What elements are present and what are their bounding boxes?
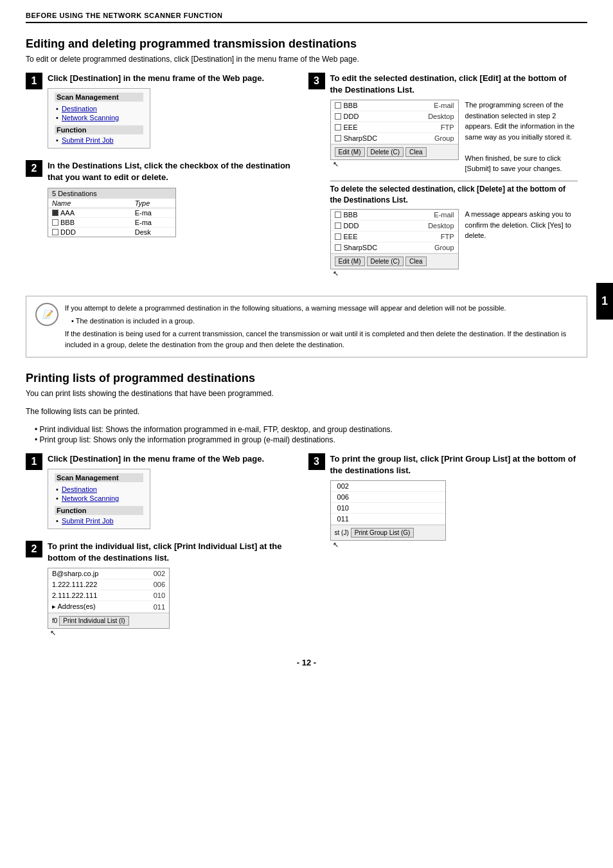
list-item: B@sharp.co.jp 002 [48, 568, 169, 579]
scan-management-panel2: Scan Management • Destination • Network … [48, 469, 150, 529]
note-icon: 📝 [35, 303, 58, 326]
submit-bullet2: • [56, 517, 58, 525]
list-item: 002 [331, 481, 445, 492]
list-item: EEE FTP [331, 231, 458, 242]
section2-step3: 3 To print the group list, click [Print … [308, 453, 578, 549]
submit-bullet: • [56, 136, 58, 144]
table-row: AAA E-ma [48, 208, 175, 217]
delete-destinations-list: BBB E-mail DDD Desktop [330, 209, 459, 269]
submit-print-link[interactable]: Submit Print Job [62, 136, 114, 144]
cursor-indicator: ↖ [333, 160, 459, 168]
s2-step1-title: Click [Destination] in the menu frame of… [48, 453, 296, 465]
list-item: ▸ Address(es) 011 [48, 601, 169, 613]
checkbox[interactable] [52, 229, 58, 235]
section1-step1: 1 Click [Destination] in the menu frame … [26, 73, 296, 152]
net-bullet2: • [56, 494, 58, 502]
section2-intro2: The following lists can be printed. [26, 407, 587, 416]
checkbox[interactable] [52, 219, 58, 226]
step3-description: The programming screen of the destinatio… [465, 100, 578, 174]
function-label: Function [55, 125, 143, 134]
page-header: BEFORE USING THE NETWORK SCANNER FUNCTIO… [26, 12, 587, 23]
destination-link2[interactable]: Destination [62, 485, 97, 493]
clear-button2[interactable]: Clea [405, 257, 427, 266]
edit-button[interactable]: Edit (M) [335, 147, 365, 157]
col-type: Type [131, 199, 175, 208]
step3-title: To edit the selected destination, click … [330, 73, 578, 96]
list-item: BBB E-mail [331, 100, 458, 111]
delete-description: A message appears asking you to confirm … [465, 209, 578, 241]
cursor-indicator3: ↖ [50, 629, 296, 637]
network-scanning-link[interactable]: Network Scanning [62, 114, 119, 122]
section2-intro1: You can print lists showing the destinat… [26, 389, 587, 398]
section2-step1: 1 Click [Destination] in the menu frame … [26, 453, 296, 533]
table-header: 5 Destinations [48, 188, 175, 199]
checkbox[interactable] [335, 244, 341, 251]
edit-destinations-list: BBB E-mail DDD Desktop [330, 100, 459, 160]
table-row: DDD Desk [48, 227, 175, 237]
checkbox[interactable] [335, 222, 341, 229]
list-item: 011 [331, 514, 445, 525]
function-label2: Function [55, 506, 143, 515]
page-tab: 1 [596, 283, 613, 320]
step2-title: In the Destinations List, click the chec… [48, 160, 296, 183]
network-bullet: • [56, 114, 58, 122]
delete-button2[interactable]: Delete (C) [367, 257, 404, 266]
col-name: Name [48, 199, 131, 208]
list-item: EEE FTP [331, 122, 458, 133]
checkbox[interactable] [335, 233, 341, 240]
note-box: 📝 If you attempt to delete a programmed … [26, 296, 587, 357]
s2-step3-title: To print the group list, click [Print Gr… [330, 453, 578, 476]
print-individual-list-button[interactable]: Print Individual List (I) [59, 616, 129, 626]
step1-title: Click [Destination] in the menu frame of… [48, 73, 296, 84]
destination-link[interactable]: Destination [62, 105, 97, 113]
s2-step1-number: 1 [26, 453, 42, 470]
checkbox[interactable] [335, 124, 341, 131]
group-list-box: 002 006 010 011 st (J) Print Group List … [330, 480, 446, 541]
step1-number: 1 [26, 73, 42, 89]
delete-button[interactable]: Delete (C) [367, 147, 404, 157]
btn-left-label: f0 [52, 617, 57, 624]
print-group-list-button[interactable]: Print Group List (G) [351, 528, 414, 538]
edit-button2[interactable]: Edit (M) [335, 257, 365, 266]
btn-left-label2: st (J) [335, 529, 349, 536]
s2-step2-number: 2 [26, 541, 42, 557]
section1-step2: 2 In the Destinations List, click the ch… [26, 160, 296, 237]
s2-step3-number: 3 [308, 453, 325, 470]
page-number: - 12 - [26, 658, 587, 667]
scan-management-panel: Scan Management • Destination • Network … [48, 88, 150, 149]
list-item: 2.111.222.111 010 [48, 590, 169, 601]
s2-step2-title: To print the individual list, click [Pri… [48, 541, 296, 564]
print-bullet2: • Print group list: Shows only the infor… [35, 435, 587, 444]
section1-title: Editing and deleting programmed transmis… [26, 37, 587, 51]
individual-list-box: B@sharp.co.jp 002 1.222.111.222 006 2.11… [48, 568, 170, 629]
submit-print-link2[interactable]: Submit Print Job [62, 517, 114, 525]
checkbox[interactable] [335, 135, 341, 141]
checkbox[interactable] [335, 113, 341, 120]
step3-number: 3 [308, 73, 325, 89]
list-item: SharpSDC Group [331, 242, 458, 253]
section2-title: Printing lists of programmed destination… [26, 372, 587, 385]
step2-number: 2 [26, 160, 42, 177]
section1-intro: To edit or delete programmed destination… [26, 55, 587, 64]
destination-bullet: • [56, 105, 58, 113]
list-item: SharpSDC Group [331, 133, 458, 144]
list-item: 010 [331, 503, 445, 514]
section2-step2: 2 To print the individual list, click [P… [26, 541, 296, 637]
list-item: 1.222.111.222 006 [48, 579, 169, 590]
network-scanning-link2[interactable]: Network Scanning [62, 494, 119, 502]
table-row: BBB E-ma [48, 217, 175, 227]
checkbox[interactable] [335, 212, 341, 218]
note-content: If you attempt to delete a programmed de… [65, 303, 578, 350]
list-item: DDD Desktop [331, 111, 458, 122]
checkbox[interactable] [52, 210, 58, 216]
destinations-table: 5 Destinations Name Type AAA [48, 188, 176, 237]
scan-mgmt-label2: Scan Management [55, 473, 143, 482]
header-title: BEFORE USING THE NETWORK SCANNER FUNCTIO… [26, 12, 223, 19]
list-item: BBB E-mail [331, 210, 458, 221]
delete-section: To delete the selected destination, clic… [330, 181, 578, 278]
delete-title: To delete the selected destination, clic… [330, 184, 578, 206]
scan-mgmt-label: Scan Management [55, 93, 143, 102]
checkbox[interactable] [335, 102, 341, 109]
clear-button[interactable]: Clea [405, 147, 427, 157]
list-item: DDD Desktop [331, 221, 458, 231]
